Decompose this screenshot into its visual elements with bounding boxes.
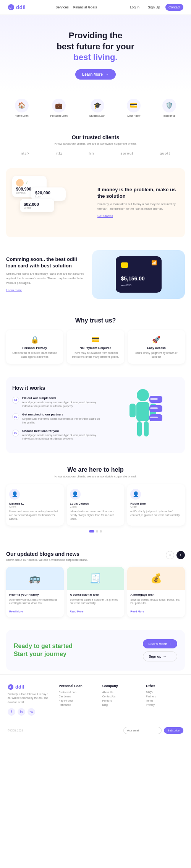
service-personal-loan[interactable]: 💼 Personal Loan — [50, 99, 68, 117]
footer-link-terms[interactable]: Terms — [146, 699, 183, 702]
footer-link-pay-off-debt[interactable]: Pay off debt — [59, 699, 96, 702]
footer-link-portfolio[interactable]: Portfolio — [102, 699, 140, 702]
blogs-subtitle: Know about our clients, we are a worldwi… — [6, 558, 88, 562]
step-number-3: 03 — [12, 430, 19, 436]
blogs-section: Our updated blogs and news Know about ou… — [0, 542, 191, 626]
blog-link-3[interactable]: Read More — [130, 610, 144, 613]
facebook-icon[interactable]: f — [8, 708, 15, 716]
service-student-loan[interactable]: 🎓 Student Loan — [89, 99, 105, 117]
service-debt-relief[interactable]: 💳 Deot Relief — [127, 99, 141, 117]
money-desc: Similarly, a loan taken out to buy a car… — [97, 202, 179, 211]
services-section: 🏠 Home Loan 💼 Personal Loan 🎓 Student Lo… — [0, 91, 191, 125]
blog-prev-button[interactable]: ‹ — [166, 551, 174, 559]
client-logo-ntc: ntc> — [21, 151, 29, 155]
cta-text: Ready to get started Start your journey — [14, 642, 73, 658]
footer-link-privacy[interactable]: Privacy — [146, 704, 183, 706]
blog-card-3[interactable]: 💰 A mortgage loan Such as shares, mutual… — [127, 567, 185, 617]
dot-1[interactable] — [89, 530, 94, 533]
trusted-title: Our trusted clients — [8, 134, 183, 140]
contact-button[interactable]: Contact — [165, 4, 183, 11]
service-home-loan[interactable]: 🏠 Home Loan — [15, 99, 28, 117]
avatar-robin: 👤 — [130, 489, 141, 500]
footer-link-business-loan[interactable]: Business Loan — [59, 691, 96, 694]
login-button[interactable]: Log In — [127, 4, 142, 11]
client-logos: ntc> rtlz fili sprout quott — [8, 151, 183, 155]
how-image — [107, 384, 179, 446]
footer-link-partners[interactable]: Partners — [146, 695, 183, 698]
how-title: How it works — [12, 385, 102, 391]
why-trust-section: Why trust us? 🔒 Personal Privacy Offers … — [0, 308, 191, 373]
credit-card-wrap: 📶 $5,156.00 •••• 6693 — [92, 250, 185, 299]
svg-rect-4 — [129, 404, 136, 417]
signup-button[interactable]: Sign Up — [145, 4, 163, 11]
footer-link-refinance[interactable]: Refinance — [59, 704, 96, 706]
privacy-icon: 🔒 — [9, 335, 60, 344]
dot-3[interactable] — [100, 530, 102, 533]
blogs-header: Our updated blogs and news Know about ou… — [6, 551, 185, 562]
blog-image-3: 💰 — [127, 567, 185, 590]
nav-services[interactable]: Services — [55, 5, 69, 9]
trusted-clients-section: Our trusted clients Know about our clien… — [0, 125, 191, 164]
testimonial-2: 👤 Louis Jabeth Client Interest rates on … — [67, 484, 125, 525]
footer-link-about[interactable]: About Us — [102, 691, 140, 694]
money-card-3: $02,000 Credit — [20, 199, 54, 212]
cta-signup-button[interactable]: Sign up → — [143, 651, 177, 661]
blogs-title: Our updated blogs and news — [6, 551, 88, 557]
card-amount: $5,156.00 — [121, 275, 156, 282]
nav-financial[interactable]: Financial Goals — [73, 5, 97, 9]
blog-link-2[interactable]: Read More — [70, 610, 84, 613]
card-cta-link[interactable]: Learn more — [6, 288, 22, 292]
blog-link-1[interactable]: Read More — [9, 610, 23, 613]
svg-rect-6 — [137, 421, 142, 436]
money-cta-link[interactable]: Get Started — [97, 214, 113, 218]
footer-top: d ddil Similarly, a loan taken out to bu… — [8, 684, 183, 716]
cta-highlight: get started — [41, 643, 73, 649]
dot-2[interactable] — [96, 530, 98, 533]
twitter-icon[interactable]: tw — [28, 708, 35, 716]
arrow-icon: → — [105, 72, 109, 77]
cta-section: Ready to get started Start your journey … — [6, 630, 185, 671]
hero-cta-button[interactable]: Learn More → — [75, 69, 116, 80]
debt-relief-icon: 💳 — [127, 99, 141, 112]
how-step-3: 03 Choose best loan for you A mortgage l… — [12, 429, 102, 441]
wifi-icon: 📶 — [151, 260, 157, 265]
svg-rect-3 — [136, 402, 149, 421]
footer-link-car-loans[interactable]: Car Loans — [59, 695, 96, 698]
blog-card-1[interactable]: 🚌 Rewrite your history Automate your bus… — [6, 567, 64, 617]
card-number: •••• 6693 — [121, 284, 156, 287]
avatar-melanie: 👤 — [9, 489, 20, 500]
insurance-icon: 🛡️ — [162, 99, 176, 112]
student-loan-icon: 🎓 — [91, 99, 104, 112]
svg-point-2 — [137, 389, 149, 401]
footer-social: f in tw — [8, 708, 53, 716]
how-step-1: 01 Fill out our simple form A mortgage l… — [12, 396, 102, 408]
hero-section: Providing thebest future for your best l… — [0, 15, 191, 91]
check-icon: ✓ — [25, 181, 28, 185]
why-card-payment: 💳 No Payment Required There may be avail… — [67, 330, 124, 364]
card-chip — [121, 262, 128, 268]
subscribe-input[interactable] — [123, 727, 162, 734]
home-loan-icon: 🏠 — [15, 99, 29, 112]
help-section: We are here to help Know about our clien… — [0, 457, 191, 541]
blog-content-2: A concessional loan Sometimes called a '… — [67, 590, 125, 617]
svg-rect-13 — [150, 417, 158, 418]
cta-learn-more-button[interactable]: Learn More → — [143, 639, 177, 648]
person-figure — [122, 384, 164, 446]
service-insurance[interactable]: 🛡️ Insurance — [162, 99, 176, 117]
blog-image-2: 🧾 — [67, 567, 125, 590]
linkedin-icon[interactable]: in — [18, 708, 25, 716]
how-step-2: 02 Get matched to our partners No partic… — [12, 413, 102, 425]
blog-card-2[interactable]: 🧾 A concessional loan Sometimes called a… — [67, 567, 125, 617]
footer-col-loan: Personal Loan Business Loan Car Loans Pa… — [59, 684, 96, 716]
cta-signup-arrow-icon: → — [163, 655, 166, 658]
logo: d ddil — [8, 4, 26, 11]
footer-link-blog[interactable]: Blog — [102, 704, 140, 706]
svg-rect-7 — [144, 421, 149, 436]
cta-title: Ready to get started Start your journey — [14, 642, 73, 658]
footer-link-faq[interactable]: FAQ's — [146, 691, 183, 694]
blog-next-button[interactable]: › — [176, 551, 185, 559]
step-number-1: 01 — [12, 397, 19, 404]
subscribe-button[interactable]: Subscribe — [164, 727, 183, 734]
footer-link-contact[interactable]: Contact Us — [102, 695, 140, 698]
footer-bottom: © DDIL 2022 Subscribe — [8, 722, 183, 734]
